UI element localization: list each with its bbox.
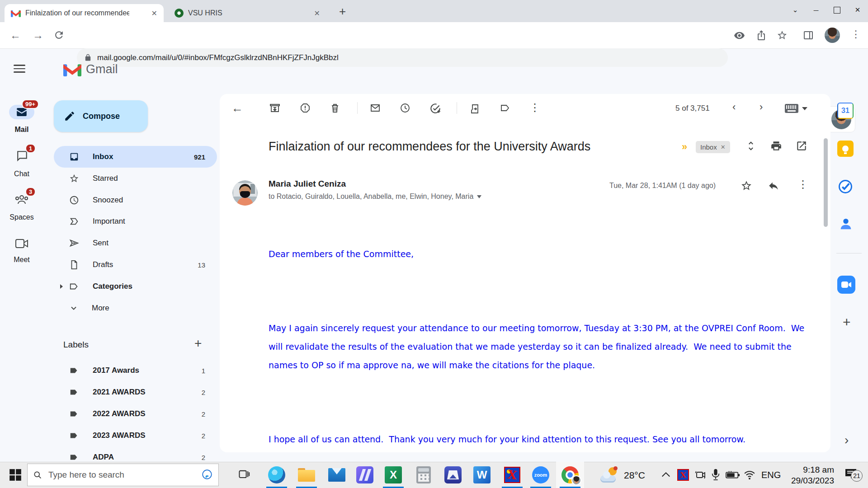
star-email-icon[interactable] <box>741 180 752 192</box>
side-panel-expand-chevron-icon[interactable]: › <box>844 433 849 447</box>
snooze-icon[interactable] <box>400 103 410 113</box>
side-panel-icon[interactable] <box>803 30 814 41</box>
taskbar-word-icon[interactable]: W <box>468 462 496 488</box>
add-to-tasks-icon[interactable] <box>429 103 441 114</box>
calendar-app-icon[interactable]: 31 <box>837 103 854 119</box>
reply-icon[interactable] <box>768 180 779 192</box>
taskbar-purple-slash-app-icon[interactable] <box>351 462 379 488</box>
main-menu-hamburger-icon[interactable] <box>14 62 25 75</box>
newer-email-chevron-icon[interactable]: ‹ <box>732 101 736 113</box>
input-tools-keyboard[interactable] <box>785 104 807 113</box>
taskbar-file-explorer-icon[interactable] <box>292 462 321 488</box>
show-hidden-icons-chevron[interactable] <box>661 471 671 478</box>
get-addons-plus-icon[interactable]: + <box>843 314 851 330</box>
tray-wifi-icon[interactable] <box>744 470 755 480</box>
tab-gmail[interactable]: Finlaization of our recommendee ✕ <box>5 4 164 22</box>
language-indicator[interactable]: ENG <box>761 470 781 480</box>
create-label-plus-icon[interactable]: + <box>194 336 202 351</box>
gmail-logo[interactable]: Gmail <box>63 62 118 76</box>
sidebar-item-important[interactable]: Important <box>54 211 217 232</box>
label-item-2017-awards[interactable]: 2017 Awards 1 <box>54 360 217 381</box>
tray-microphone-icon[interactable] <box>711 468 721 481</box>
browser-profile-avatar[interactable] <box>825 28 840 43</box>
forward-icon[interactable]: → <box>33 29 43 42</box>
label-item-2021-awards[interactable]: 2021 AWARDS 2 <box>54 381 217 403</box>
window-menu-chevron-icon[interactable]: ⌄ <box>785 1 806 19</box>
tray-image-app-icon[interactable]: X <box>677 469 689 481</box>
contacts-app-icon[interactable] <box>838 216 854 232</box>
start-button-icon[interactable] <box>9 469 22 481</box>
reload-icon[interactable] <box>53 29 65 41</box>
date-text: 29/03/2023 <box>784 475 834 486</box>
tab-close-icon[interactable]: ✕ <box>314 9 320 18</box>
taskbar-edge-icon[interactable] <box>263 462 291 488</box>
notification-center-icon[interactable]: 21 <box>844 468 858 480</box>
report-spam-icon[interactable] <box>300 103 311 113</box>
sender-name[interactable]: Maria Juliet Ceniza <box>269 179 346 189</box>
taskbar-excel-icon[interactable]: X <box>379 462 407 488</box>
window-close-icon[interactable]: ✕ <box>847 1 868 19</box>
email-more-kebab-icon[interactable]: ⋮ <box>797 178 808 191</box>
more-kebab-icon[interactable]: ⋮ <box>529 101 540 114</box>
rail-label-chat[interactable]: Chat <box>0 170 43 178</box>
pencil-icon <box>64 110 75 122</box>
mark-unread-icon[interactable] <box>370 103 381 113</box>
rail-label-mail[interactable]: Mail <box>0 126 43 134</box>
back-to-inbox-icon[interactable]: ← <box>231 101 243 115</box>
tasks-app-icon[interactable] <box>837 178 854 195</box>
temperature-text[interactable]: 28°C <box>624 470 645 481</box>
new-tab-button[interactable]: + <box>339 5 346 18</box>
zoom-app-icon[interactable] <box>837 276 855 294</box>
share-icon[interactable] <box>756 30 767 41</box>
sidebar-item-drafts[interactable]: Drafts 13 <box>54 254 217 276</box>
sender-avatar[interactable] <box>232 180 258 206</box>
taskbar-zoom-icon[interactable]: zoom <box>527 462 555 488</box>
archive-icon[interactable] <box>269 103 280 113</box>
sidebar-item-snoozed[interactable]: Snoozed <box>54 189 217 211</box>
sidebar-item-inbox[interactable]: Inbox 921 <box>54 146 217 168</box>
window-maximize-icon[interactable] <box>826 1 847 19</box>
taskbar-clock[interactable]: 9:18 am 29/03/2023 <box>784 465 834 486</box>
inbox-label-chip[interactable]: Inbox ✕ <box>696 141 730 153</box>
remove-label-x-icon[interactable]: ✕ <box>721 144 726 150</box>
open-in-new-icon[interactable] <box>796 140 807 152</box>
expand-arrow-icon[interactable] <box>60 284 63 289</box>
tab-close-icon[interactable]: ✕ <box>151 9 157 18</box>
taskbar-scanner-app-icon[interactable] <box>439 462 467 488</box>
move-to-folder-icon[interactable] <box>470 103 481 113</box>
delete-trash-icon[interactable] <box>330 103 340 113</box>
window-minimize-icon[interactable]: ─ <box>806 1 826 19</box>
print-icon[interactable] <box>770 140 782 152</box>
label-item-2022-awards[interactable]: 2022 AWARDS 2 <box>54 403 217 425</box>
taskbar-mail-icon[interactable] <box>323 462 351 488</box>
compose-button[interactable]: Compose <box>54 100 148 132</box>
back-icon[interactable]: ← <box>10 29 21 42</box>
sidebar-item-more[interactable]: More <box>54 297 217 319</box>
sidebar-item-starred[interactable]: Starred <box>54 168 217 189</box>
tab-vsu-hris[interactable]: VSU HRIS ✕ <box>168 4 326 22</box>
browser-menu-kebab-icon[interactable]: ⋮ <box>851 28 861 40</box>
rail-label-meet[interactable]: Meet <box>0 256 43 264</box>
weather-icon[interactable] <box>600 467 618 483</box>
label-icon[interactable] <box>500 103 511 113</box>
email-scrollbar-thumb[interactable] <box>824 138 828 227</box>
show-details-chevron-icon[interactable] <box>477 195 481 198</box>
older-email-chevron-icon[interactable]: › <box>760 101 763 113</box>
unfold-expand-icon[interactable] <box>745 139 757 153</box>
label-item-2023-awards[interactable]: 2023 AWARDS 2 <box>54 425 217 446</box>
address-bar[interactable]: mail.google.com/mail/u/0/#inbox/FMfcgzGs… <box>77 48 728 67</box>
sidebar-item-sent[interactable]: Sent <box>54 232 217 254</box>
task-view-icon[interactable] <box>238 468 250 481</box>
keep-app-icon[interactable] <box>837 141 854 157</box>
tray-battery-icon[interactable] <box>726 471 740 479</box>
rail-label-spaces[interactable]: Spaces <box>0 213 43 221</box>
sidebar-item-categories[interactable]: Categories <box>54 276 217 297</box>
meet-icon[interactable] <box>15 239 28 249</box>
taskbar-calculator-icon[interactable] <box>410 462 438 488</box>
taskbar-chrome-icon[interactable] <box>556 462 584 488</box>
bookmark-star-icon[interactable] <box>777 30 788 41</box>
taskbar-search-box[interactable]: Type here to search <box>27 464 219 486</box>
tray-camera-icon[interactable] <box>695 470 706 480</box>
taskbar-image-app-icon[interactable]: X <box>498 462 526 488</box>
eye-icon[interactable] <box>734 30 745 41</box>
